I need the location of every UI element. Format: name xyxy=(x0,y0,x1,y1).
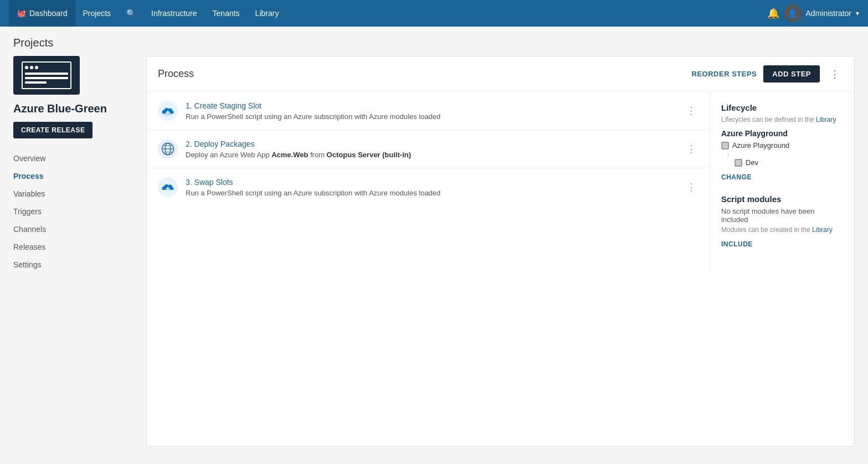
steps-list: 1. Create Staging Slot Run a PowerShell … xyxy=(147,92,710,272)
change-button[interactable]: CHANGE xyxy=(721,173,752,181)
step-2-title[interactable]: 2. Deploy Packages xyxy=(186,140,676,148)
lifecycle-name: Azure Playground xyxy=(721,129,843,138)
nav-dashboard-label: Dashboard xyxy=(29,9,68,18)
avatar: 👤 xyxy=(784,4,802,22)
azure-deploy-icon xyxy=(158,139,178,159)
step-3-title[interactable]: 3. Swap Slots xyxy=(186,178,676,187)
process-more-icon[interactable]: ⋮ xyxy=(826,66,843,83)
notifications-bell-icon[interactable]: 🔔 xyxy=(767,7,779,19)
azure-script-icon-2 xyxy=(158,177,178,197)
library-link[interactable]: Library xyxy=(816,116,836,123)
azure-script-icon xyxy=(158,101,178,121)
nav-right: 🔔 👤 Administrator ▾ xyxy=(767,4,859,22)
lifecycle-hint: Lifecycles can be defined in the Library xyxy=(721,116,843,123)
script-modules-section: Script modules No script modules have be… xyxy=(721,194,843,248)
tree-dev-label: Dev xyxy=(746,158,758,167)
step-1-more-icon[interactable]: ⋮ xyxy=(684,102,698,119)
right-panel: Lifecycle Lifecycles can be defined in t… xyxy=(710,92,854,272)
sidebar-nav: Overview Process Variables Triggers Chan… xyxy=(13,149,137,274)
step-2-more-icon[interactable]: ⋮ xyxy=(684,141,698,157)
sidebar-item-variables[interactable]: Variables xyxy=(13,185,137,203)
step-2-desc: Deploy an Azure Web App Acme.Web from Oc… xyxy=(186,151,676,159)
lifecycle-section-title: Lifecycle xyxy=(721,103,843,112)
add-step-button[interactable]: ADD STEP xyxy=(763,65,820,83)
step-3-content: 3. Swap Slots Run a PowerShell script us… xyxy=(186,178,676,197)
lifecycle-section: Lifecycle Lifecycles can be defined in t… xyxy=(721,103,843,181)
table-row: 1. Create Staging Slot Run a PowerShell … xyxy=(147,92,710,130)
sidebar-item-releases[interactable]: Releases xyxy=(13,238,137,256)
sidebar-item-settings[interactable]: Settings xyxy=(13,256,137,274)
nav-library[interactable]: Library xyxy=(248,0,287,27)
tree-root-label: Azure Playground xyxy=(732,141,789,149)
create-release-button[interactable]: CREATE RELEASE xyxy=(13,122,93,138)
tree-item-root: Azure Playground xyxy=(721,141,843,149)
nav-tenants[interactable]: Tenants xyxy=(205,0,248,27)
octopus-icon: 🐙 xyxy=(17,9,26,18)
nav-library-label: Library xyxy=(255,9,279,18)
process-header: Process REORDER STEPS ADD STEP ⋮ xyxy=(147,56,854,92)
content-area: Process REORDER STEPS ADD STEP ⋮ xyxy=(146,56,855,447)
reorder-steps-button[interactable]: REORDER STEPS xyxy=(692,70,757,78)
nav-dashboard[interactable]: 🐙 Dashboard xyxy=(9,0,75,27)
sidebar-item-process[interactable]: Process xyxy=(13,167,137,185)
project-name: Azure Blue-Green xyxy=(13,102,137,115)
page-title: Projects xyxy=(13,37,855,49)
page-title-bar: Projects xyxy=(0,27,868,56)
step-3-more-icon[interactable]: ⋮ xyxy=(684,179,698,195)
nav-infrastructure[interactable]: Infrastructure xyxy=(143,0,204,27)
nav-infrastructure-label: Infrastructure xyxy=(151,9,197,18)
nav-projects-label: Projects xyxy=(83,9,111,18)
main-layout: Azure Blue-Green CREATE RELEASE Overview… xyxy=(0,56,868,460)
nav-projects[interactable]: Projects xyxy=(75,0,119,27)
script-modules-title: Script modules xyxy=(721,194,843,204)
process-title: Process xyxy=(158,68,194,80)
nav-search[interactable]: 🔍 xyxy=(119,0,143,27)
top-navigation: 🐙 Dashboard Projects 🔍 Infrastructure Te… xyxy=(0,0,868,27)
sidebar-item-channels[interactable]: Channels xyxy=(13,220,137,238)
step-3-desc: Run a PowerShell script using an Azure s… xyxy=(186,189,676,197)
table-row: 2. Deploy Packages Deploy an Azure Web A… xyxy=(147,130,710,168)
tree-item-dev: Dev xyxy=(735,158,843,167)
modules-hint: Modules can be created in the Library xyxy=(721,226,843,234)
no-modules-text: No script modules have been included xyxy=(721,207,843,224)
step-1-content: 1. Create Staging Slot Run a PowerShell … xyxy=(186,101,676,121)
tree-checkbox-dev[interactable] xyxy=(735,159,742,167)
library-link-2[interactable]: Library xyxy=(812,226,833,234)
sidebar-item-overview[interactable]: Overview xyxy=(13,149,137,167)
tree-checkbox-root[interactable] xyxy=(721,142,729,149)
step-1-title[interactable]: 1. Create Staging Slot xyxy=(186,101,676,110)
project-icon xyxy=(13,56,80,95)
include-button[interactable]: INCLUDE xyxy=(721,240,753,248)
step-2-content: 2. Deploy Packages Deploy an Azure Web A… xyxy=(186,140,676,159)
sidebar-item-triggers[interactable]: Triggers xyxy=(13,203,137,220)
project-sidebar: Azure Blue-Green CREATE RELEASE Overview… xyxy=(13,56,146,447)
nav-tenants-label: Tenants xyxy=(213,9,240,18)
user-label: Administrator xyxy=(806,9,851,18)
step-1-desc: Run a PowerShell script using an Azure s… xyxy=(186,112,676,121)
process-header-actions: REORDER STEPS ADD STEP ⋮ xyxy=(692,65,843,83)
process-body: 1. Create Staging Slot Run a PowerShell … xyxy=(147,92,854,272)
table-row: 3. Swap Slots Run a PowerShell script us… xyxy=(147,168,710,206)
search-icon: 🔍 xyxy=(126,9,136,18)
user-dropdown-icon[interactable]: ▾ xyxy=(856,9,859,17)
